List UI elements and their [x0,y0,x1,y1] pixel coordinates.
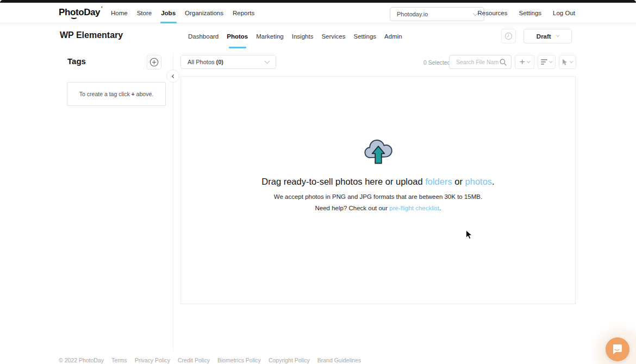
footer-link-biometrics-policy[interactable]: Biometrics Policy [217,357,261,363]
cursor-select-icon [562,59,568,66]
footer-link-credit-policy[interactable]: Credit Policy [178,357,210,363]
tab-photos-label: Photos [227,33,248,40]
hint-text-suffix: above. [135,91,153,97]
plus-circle-icon [149,58,159,67]
tab-insights[interactable]: Insights [292,23,314,49]
tab-admin[interactable]: Admin [384,23,402,49]
help-period: . [439,205,441,211]
footer: © 2022 PhotoDay Terms Privacy Policy Cre… [59,357,361,363]
copyright-text: © 2022 PhotoDay [59,357,104,363]
hint-text: To create a tag click [79,91,132,97]
job-history-button[interactable] [501,29,516,43]
upload-folders-link[interactable]: folders [425,177,452,186]
active-nav-underline [160,22,177,23]
logo-smile-mark [70,14,78,19]
chat-bubble-icon [612,343,623,355]
page-title: WP Elementary [60,30,123,40]
tab-marketing[interactable]: Marketing [256,23,284,49]
active-tab-underline [229,47,246,48]
job-tabs: Dashboard Photos Marketing Insights Serv… [188,23,402,49]
nav-item-reports[interactable]: Reports [233,3,254,23]
header-right-nav: Resources Settings Log Out [478,3,575,23]
photo-upload-dropzone[interactable]: Drag ready-to-sell photos here or upload… [180,76,576,304]
plus-icon: + [520,57,525,66]
upload-photos-link[interactable]: photos [465,177,492,186]
photo-filter-dropdown[interactable]: All Photos (0) [180,55,276,69]
sort-icon [541,59,547,65]
chevron-down-icon [549,59,552,62]
nav-item-settings[interactable]: Settings [519,3,542,23]
tab-photos[interactable]: Photos [227,23,248,49]
job-status-label: Draft [537,33,551,40]
empty-tags-hint: To create a tag click + above. [67,82,166,106]
nav-item-logout[interactable]: Log Out [553,3,575,23]
headline-text: Drag ready-to-sell photos here or upload [261,177,425,186]
search-input[interactable] [455,58,500,66]
chevron-down-icon [527,59,530,62]
nav-item-store[interactable]: Store [137,3,152,23]
footer-link-copyright-policy[interactable]: Copyright Policy [269,357,310,363]
sort-photos-button[interactable] [538,55,556,69]
headline-or: or [452,177,465,186]
chevron-down-icon [556,33,559,36]
nav-item-jobs-label: Jobs [161,10,176,16]
sidebar-divider [173,53,173,351]
photoday-logo[interactable]: PhotoDay ’ [59,7,100,18]
add-photos-button[interactable]: + [515,55,534,69]
main-header: PhotoDay ’ Home Store Jobs Organizations… [0,3,636,23]
clock-icon [504,32,513,40]
footer-link-privacy-policy[interactable]: Privacy Policy [135,357,170,363]
tab-settings[interactable]: Settings [354,23,377,49]
preflight-checklist-link[interactable]: pre-flight checklist [389,205,439,211]
footer-link-brand-guidelines[interactable]: Brand Guidelines [317,357,361,363]
selected-count-label: 0 Selected [423,59,451,66]
headline-period: . [492,177,495,186]
add-tag-button[interactable] [147,55,161,70]
search-box [449,55,512,69]
logo-text: PhotoDay [59,7,100,17]
chevron-down-icon [265,58,270,64]
logo-trademark-tick: ’ [101,5,102,11]
nav-item-organizations[interactable]: Organizations [185,3,223,23]
chevron-left-icon [171,74,175,78]
job-status-dropdown[interactable]: Draft [523,29,572,43]
mouse-cursor [465,230,472,242]
select-mode-button[interactable] [559,55,576,69]
footer-link-terms[interactable]: Terms [111,357,127,363]
tab-dashboard[interactable]: Dashboard [188,23,219,49]
collapse-sidebar-button[interactable] [166,70,179,83]
chevron-down-icon [570,59,573,62]
nav-item-home[interactable]: Home [111,3,128,23]
photo-filter-value: All Photos (0) [188,59,223,65]
cloud-upload-icon [363,136,394,165]
tags-section-title: Tags [67,57,86,66]
account-selector[interactable]: Photoday.io [390,7,484,21]
help-note: Need help? Check out our pre-flight chec… [315,205,441,211]
account-selector-value: Photoday.io [397,11,428,17]
search-icon[interactable] [500,59,507,66]
formats-note: We accept photos in PNG and JPG formats … [274,193,482,200]
tab-services[interactable]: Services [321,23,345,49]
main-nav: Home Store Jobs Organizations Reports [111,3,254,23]
chat-launcher-button[interactable] [606,337,629,361]
nav-item-resources[interactable]: Resources [478,3,508,23]
dropzone-headline: Drag ready-to-sell photos here or upload… [261,177,494,187]
nav-item-jobs[interactable]: Jobs [161,3,176,23]
help-text: Need help? Check out our [315,205,389,211]
